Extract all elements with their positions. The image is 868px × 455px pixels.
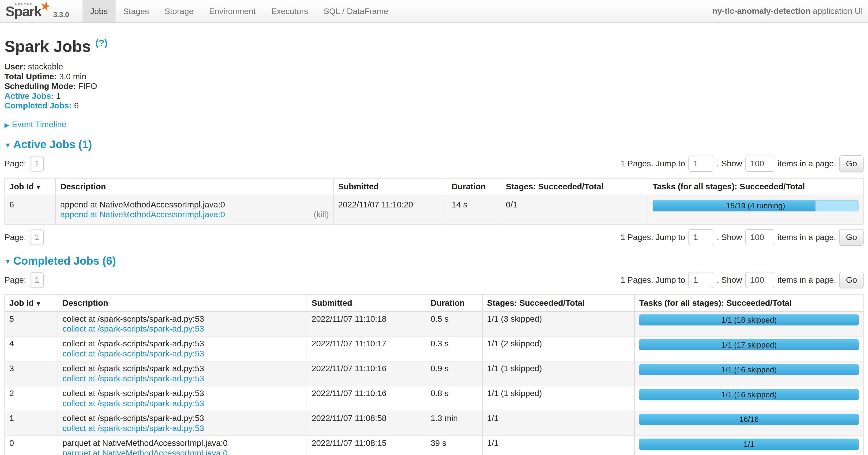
stages-cell: 1/1 (3 skipped) bbox=[483, 311, 634, 336]
submitted-cell: 2022/11/07 11:10:17 bbox=[307, 336, 426, 361]
nav-tabs: Jobs Stages Storage Environment Executor… bbox=[83, 0, 396, 22]
completed-jobs-table: Job Id▼ Description Submitted Duration S… bbox=[4, 294, 864, 455]
col-tasks[interactable]: Tasks (for all stages): Succeeded/Total bbox=[648, 178, 863, 195]
tab-storage[interactable]: Storage bbox=[157, 0, 202, 22]
tasks-progress-bar: 1/1 (16 skipped) bbox=[639, 364, 859, 375]
tasks-progress-bar: 1/1 (18 skipped) bbox=[639, 314, 859, 325]
submitted-cell: 2022/11/07 11:08:58 bbox=[307, 411, 426, 436]
jump-to-input[interactable] bbox=[688, 229, 713, 245]
table-row: 0 parquet at NativeMethodAccessorImpl.ja… bbox=[5, 436, 863, 455]
table-row: 3 collect at /spark-scripts/spark-ad.py:… bbox=[5, 361, 863, 386]
items-text: items in a page. bbox=[777, 232, 836, 242]
tasks-cell: 1/1 (17 skipped) bbox=[634, 336, 863, 361]
page-number-box[interactable] bbox=[30, 229, 44, 245]
job-detail-link[interactable]: collect at /spark-scripts/spark-ad.py:53 bbox=[62, 399, 204, 408]
col-tasks[interactable]: Tasks (for all stages): Succeeded/Total bbox=[634, 294, 863, 311]
items-per-page-input[interactable] bbox=[745, 229, 774, 245]
spark-logo[interactable]: APACHE Spark ★ 3.3.0 bbox=[0, 0, 75, 22]
tasks-cell: 15/19 (4 running) bbox=[648, 195, 863, 224]
col-job-id[interactable]: Job Id▼ bbox=[5, 294, 58, 311]
duration-cell: 0.9 s bbox=[426, 361, 483, 386]
duration-cell: 39 s bbox=[426, 436, 483, 455]
spark-star-icon: ★ bbox=[39, 0, 52, 14]
items-text: items in a page. bbox=[777, 275, 836, 285]
summary-active-jobs: Active Jobs: 1 bbox=[4, 91, 864, 101]
submitted-cell: 2022/11/07 11:10:16 bbox=[307, 361, 426, 386]
tasks-cell: 1/1 bbox=[634, 436, 863, 455]
items-per-page-input[interactable] bbox=[745, 155, 774, 172]
table-header-row: Job Id▼ Description Submitted Duration S… bbox=[5, 294, 863, 311]
show-text: . Show bbox=[717, 159, 742, 169]
go-button[interactable]: Go bbox=[839, 272, 864, 288]
help-link[interactable]: (?) bbox=[95, 38, 107, 48]
tab-executors[interactable]: Executors bbox=[264, 0, 316, 22]
tasks-cell: 1/1 (16 skipped) bbox=[634, 361, 863, 386]
jump-to-input[interactable] bbox=[688, 272, 713, 288]
stages-cell: 1/1 (1 skipped) bbox=[483, 361, 634, 386]
summary-user: User: stackable bbox=[4, 62, 864, 72]
job-id-cell: 2 bbox=[5, 386, 58, 411]
expanded-arrow-icon: ▼ bbox=[4, 258, 11, 265]
items-per-page-input[interactable] bbox=[745, 272, 774, 288]
description-cell: collect at /spark-scripts/spark-ad.py:53… bbox=[58, 311, 307, 336]
page-label: Page: bbox=[4, 159, 26, 169]
jump-to-input[interactable] bbox=[688, 155, 713, 172]
active-jobs-section-header[interactable]: ▼Active Jobs (1) bbox=[4, 138, 864, 151]
job-detail-link[interactable]: collect at /spark-scripts/spark-ad.py:53 bbox=[62, 424, 204, 433]
col-stages[interactable]: Stages: Succeeded/Total bbox=[483, 294, 634, 311]
tasks-progress-bar: 1/1 (17 skipped) bbox=[639, 339, 859, 350]
stages-cell: 1/1 (1 skipped) bbox=[483, 386, 634, 411]
stages-cell: 1/1 (2 skipped) bbox=[483, 336, 634, 361]
completed-jobs-link[interactable]: Completed Jobs: bbox=[4, 101, 72, 110]
table-row: 2 collect at /spark-scripts/spark-ad.py:… bbox=[5, 386, 863, 411]
active-jobs-pagination-bottom: Page: 1 Pages. Jump to . Show items in a… bbox=[4, 229, 864, 246]
top-navbar: APACHE Spark ★ 3.3.0 Jobs Stages Storage… bbox=[0, 0, 868, 23]
tasks-progress-bar: 1/1 bbox=[639, 438, 859, 450]
col-submitted[interactable]: Submitted bbox=[334, 178, 447, 195]
duration-cell: 1.3 min bbox=[426, 411, 483, 436]
table-row: 1 collect at /spark-scripts/spark-ad.py:… bbox=[5, 411, 863, 436]
job-id-cell: 0 bbox=[5, 436, 58, 455]
submitted-cell: 2022/11/07 11:10:20 bbox=[334, 195, 447, 224]
col-description[interactable]: Description bbox=[56, 178, 334, 195]
tab-jobs[interactable]: Jobs bbox=[83, 0, 116, 22]
event-timeline-toggle[interactable]: ▶Event Timeline bbox=[4, 120, 864, 129]
go-button[interactable]: Go bbox=[839, 229, 864, 246]
completed-jobs-section-header[interactable]: ▼Completed Jobs (6) bbox=[4, 254, 864, 267]
summary-list: User: stackable Total Uptime: 3.0 min Sc… bbox=[4, 62, 864, 111]
col-submitted[interactable]: Submitted bbox=[307, 294, 426, 311]
table-row: 6 append at NativeMethodAccessorImpl.jav… bbox=[5, 195, 863, 224]
active-jobs-link[interactable]: Active Jobs: bbox=[4, 91, 54, 101]
page-label: Page: bbox=[4, 232, 26, 242]
expanded-arrow-icon: ▼ bbox=[4, 141, 11, 149]
description-cell: collect at /spark-scripts/spark-ad.py:53… bbox=[58, 386, 307, 411]
job-detail-link[interactable]: collect at /spark-scripts/spark-ad.py:53 bbox=[62, 374, 204, 383]
duration-cell: 0.8 s bbox=[426, 386, 483, 411]
show-text: . Show bbox=[717, 275, 742, 285]
col-duration[interactable]: Duration bbox=[426, 294, 483, 311]
spark-brand: Spark bbox=[6, 3, 41, 20]
kill-link[interactable]: (kill) bbox=[314, 209, 329, 220]
job-detail-link[interactable]: parquet at NativeMethodAccessorImpl.java… bbox=[62, 449, 227, 455]
page-number-box[interactable] bbox=[30, 156, 44, 172]
job-detail-link[interactable]: collect at /spark-scripts/spark-ad.py:53 bbox=[62, 324, 204, 334]
application-name: ny-tlc-anomaly-detection bbox=[712, 6, 810, 16]
go-button[interactable]: Go bbox=[839, 155, 864, 172]
stages-cell: 0/1 bbox=[501, 195, 648, 224]
tab-environment[interactable]: Environment bbox=[202, 0, 264, 22]
tab-stages[interactable]: Stages bbox=[116, 0, 157, 22]
col-duration[interactable]: Duration bbox=[447, 178, 501, 195]
show-text: . Show bbox=[717, 232, 742, 242]
tasks-cell: 16/16 bbox=[634, 411, 863, 436]
page-label: Page: bbox=[4, 275, 26, 285]
page-number-box[interactable] bbox=[30, 273, 44, 288]
job-detail-link[interactable]: append at NativeMethodAccessorImpl.java:… bbox=[60, 210, 225, 219]
tab-sql-dataframe[interactable]: SQL / DataFrame bbox=[316, 0, 396, 22]
col-stages[interactable]: Stages: Succeeded/Total bbox=[501, 178, 648, 195]
col-job-id[interactable]: Job Id▼ bbox=[5, 178, 56, 195]
tasks-cell: 1/1 (18 skipped) bbox=[634, 311, 863, 336]
job-id-cell: 6 bbox=[5, 195, 56, 224]
pages-jump-text: 1 Pages. Jump to bbox=[620, 275, 685, 285]
job-detail-link[interactable]: collect at /spark-scripts/spark-ad.py:53 bbox=[62, 349, 204, 358]
col-description[interactable]: Description bbox=[58, 294, 307, 311]
